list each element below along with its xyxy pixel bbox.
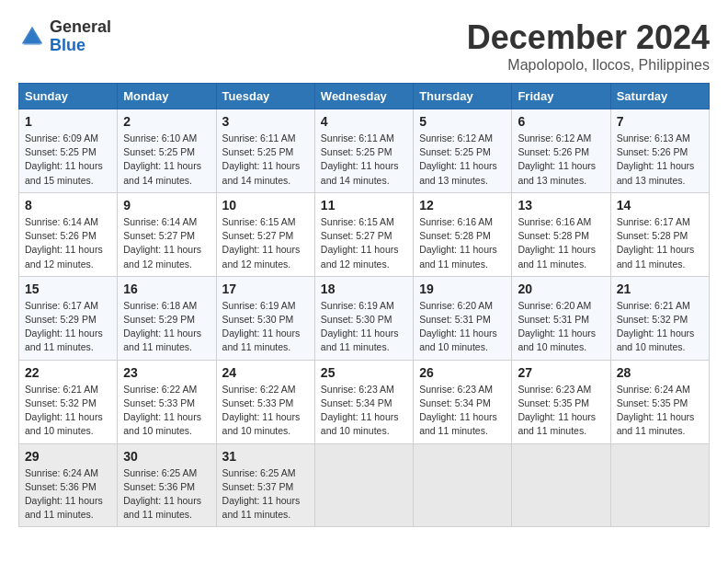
day-number: 26 — [419, 365, 506, 380]
sunrise-label: Sunrise: 6:22 AM — [123, 384, 197, 395]
day-number: 10 — [222, 198, 309, 213]
day-number: 16 — [123, 282, 210, 296]
sunset-label: Sunset: 5:37 PM — [222, 481, 294, 492]
calendar-header-row: SundayMondayTuesdayWednesdayThursdayFrid… — [19, 84, 710, 109]
day-number: 22 — [25, 365, 111, 380]
week-row-2: 8 Sunrise: 6:14 AM Sunset: 5:26 PM Dayli… — [19, 192, 710, 276]
sunrise-label: Sunrise: 6:18 AM — [123, 300, 197, 311]
sunset-label: Sunset: 5:28 PM — [419, 230, 491, 241]
sunset-label: Sunset: 5:28 PM — [518, 230, 589, 241]
day-info: Sunrise: 6:14 AM Sunset: 5:26 PM Dayligh… — [25, 215, 111, 271]
day-number: 11 — [321, 198, 407, 213]
sunrise-label: Sunrise: 6:09 AM — [25, 132, 98, 144]
week-row-1: 1 Sunrise: 6:09 AM Sunset: 5:25 PM Dayli… — [19, 109, 710, 193]
sunrise-label: Sunrise: 6:25 AM — [222, 467, 296, 478]
sunrise-label: Sunrise: 6:15 AM — [222, 216, 296, 227]
calendar-cell — [414, 443, 512, 527]
day-number: 30 — [123, 449, 210, 464]
day-number: 4 — [321, 114, 407, 129]
month-year-title: December 2024 — [467, 18, 710, 57]
daylight-label: Daylight: 11 hours and 11 minutes. — [123, 495, 201, 520]
daylight-label: Daylight: 11 hours and 14 minutes. — [123, 160, 201, 185]
day-info: Sunrise: 6:12 AM Sunset: 5:26 PM Dayligh… — [518, 132, 604, 188]
sunrise-label: Sunrise: 6:13 AM — [617, 132, 690, 144]
daylight-label: Daylight: 11 hours and 11 minutes. — [222, 327, 301, 352]
day-info: Sunrise: 6:23 AM Sunset: 5:34 PM Dayligh… — [419, 383, 506, 439]
sunset-label: Sunset: 5:32 PM — [25, 397, 97, 408]
sunrise-label: Sunrise: 6:24 AM — [617, 384, 690, 395]
day-number: 12 — [419, 198, 506, 213]
sunrise-label: Sunrise: 6:22 AM — [222, 384, 296, 395]
daylight-label: Daylight: 11 hours and 10 minutes. — [222, 411, 301, 436]
calendar-body: 1 Sunrise: 6:09 AM Sunset: 5:25 PM Dayli… — [19, 109, 710, 527]
sunset-label: Sunset: 5:34 PM — [321, 397, 392, 408]
day-number: 17 — [222, 282, 309, 296]
sunset-label: Sunset: 5:28 PM — [617, 230, 688, 241]
day-number: 2 — [123, 114, 210, 129]
day-number: 8 — [25, 198, 111, 213]
sunset-label: Sunset: 5:35 PM — [617, 397, 688, 408]
daylight-label: Daylight: 11 hours and 14 minutes. — [222, 160, 301, 185]
sunset-label: Sunset: 5:25 PM — [222, 146, 294, 157]
calendar-cell: 16 Sunrise: 6:18 AM Sunset: 5:29 PM Dayl… — [118, 276, 216, 360]
calendar-cell: 14 Sunrise: 6:17 AM Sunset: 5:28 PM Dayl… — [610, 192, 709, 276]
daylight-label: Daylight: 11 hours and 11 minutes. — [617, 411, 695, 436]
day-info: Sunrise: 6:25 AM Sunset: 5:36 PM Dayligh… — [123, 466, 210, 523]
daylight-label: Daylight: 11 hours and 10 minutes. — [617, 327, 695, 352]
sunrise-label: Sunrise: 6:25 AM — [123, 467, 197, 478]
daylight-label: Daylight: 11 hours and 10 minutes. — [123, 411, 201, 436]
logo: General Blue — [18, 18, 111, 55]
day-info: Sunrise: 6:15 AM Sunset: 5:27 PM Dayligh… — [222, 215, 309, 271]
calendar-cell: 6 Sunrise: 6:12 AM Sunset: 5:26 PM Dayli… — [512, 109, 610, 193]
sunset-label: Sunset: 5:30 PM — [321, 314, 392, 325]
day-info: Sunrise: 6:17 AM Sunset: 5:28 PM Dayligh… — [617, 215, 703, 271]
daylight-label: Daylight: 11 hours and 10 minutes. — [321, 411, 399, 436]
calendar-cell: 24 Sunrise: 6:22 AM Sunset: 5:33 PM Dayl… — [216, 360, 314, 443]
daylight-label: Daylight: 11 hours and 11 minutes. — [518, 244, 596, 269]
day-info: Sunrise: 6:20 AM Sunset: 5:31 PM Dayligh… — [518, 299, 604, 355]
calendar-cell: 20 Sunrise: 6:20 AM Sunset: 5:31 PM Dayl… — [512, 276, 610, 360]
calendar-cell: 12 Sunrise: 6:16 AM Sunset: 5:28 PM Dayl… — [414, 192, 512, 276]
calendar-cell: 13 Sunrise: 6:16 AM Sunset: 5:28 PM Dayl… — [512, 192, 610, 276]
week-row-3: 15 Sunrise: 6:17 AM Sunset: 5:29 PM Dayl… — [19, 276, 710, 360]
day-info: Sunrise: 6:16 AM Sunset: 5:28 PM Dayligh… — [419, 215, 506, 271]
sunrise-label: Sunrise: 6:11 AM — [222, 132, 296, 144]
day-number: 18 — [321, 282, 407, 296]
daylight-label: Daylight: 11 hours and 11 minutes. — [321, 327, 399, 352]
calendar-cell: 19 Sunrise: 6:20 AM Sunset: 5:31 PM Dayl… — [414, 276, 512, 360]
calendar-cell: 18 Sunrise: 6:19 AM Sunset: 5:30 PM Dayl… — [314, 276, 413, 360]
day-number: 24 — [222, 365, 309, 380]
sunrise-label: Sunrise: 6:21 AM — [617, 300, 690, 311]
calendar-cell — [314, 443, 413, 527]
col-header-friday: Friday — [512, 84, 610, 109]
sunset-label: Sunset: 5:30 PM — [222, 314, 294, 325]
calendar-cell: 9 Sunrise: 6:14 AM Sunset: 5:27 PM Dayli… — [118, 192, 216, 276]
calendar-cell: 26 Sunrise: 6:23 AM Sunset: 5:34 PM Dayl… — [414, 360, 512, 443]
day-number: 9 — [123, 198, 210, 213]
daylight-label: Daylight: 11 hours and 11 minutes. — [617, 244, 695, 269]
daylight-label: Daylight: 11 hours and 10 minutes. — [419, 327, 497, 352]
sunset-label: Sunset: 5:29 PM — [123, 314, 195, 325]
daylight-label: Daylight: 11 hours and 10 minutes. — [25, 411, 103, 436]
calendar-cell: 4 Sunrise: 6:11 AM Sunset: 5:25 PM Dayli… — [314, 109, 413, 193]
daylight-label: Daylight: 11 hours and 11 minutes. — [518, 411, 596, 436]
sunrise-label: Sunrise: 6:14 AM — [25, 216, 98, 227]
daylight-label: Daylight: 11 hours and 11 minutes. — [222, 495, 301, 520]
day-info: Sunrise: 6:21 AM Sunset: 5:32 PM Dayligh… — [617, 299, 703, 355]
day-info: Sunrise: 6:11 AM Sunset: 5:25 PM Dayligh… — [222, 132, 309, 188]
day-info: Sunrise: 6:22 AM Sunset: 5:33 PM Dayligh… — [222, 383, 309, 439]
calendar-cell: 2 Sunrise: 6:10 AM Sunset: 5:25 PM Dayli… — [118, 109, 216, 193]
calendar-cell: 22 Sunrise: 6:21 AM Sunset: 5:32 PM Dayl… — [19, 360, 118, 443]
day-number: 15 — [25, 282, 111, 296]
sunrise-label: Sunrise: 6:21 AM — [25, 384, 98, 395]
sunset-label: Sunset: 5:25 PM — [419, 146, 491, 157]
sunset-label: Sunset: 5:25 PM — [123, 146, 195, 157]
week-row-4: 22 Sunrise: 6:21 AM Sunset: 5:32 PM Dayl… — [19, 360, 710, 443]
sunset-label: Sunset: 5:27 PM — [123, 230, 195, 241]
day-info: Sunrise: 6:19 AM Sunset: 5:30 PM Dayligh… — [222, 299, 309, 355]
day-info: Sunrise: 6:21 AM Sunset: 5:32 PM Dayligh… — [25, 383, 111, 439]
sunset-label: Sunset: 5:25 PM — [321, 146, 392, 157]
sunrise-label: Sunrise: 6:11 AM — [321, 132, 394, 144]
sunrise-label: Sunrise: 6:12 AM — [419, 132, 493, 144]
sunrise-label: Sunrise: 6:17 AM — [617, 216, 690, 227]
